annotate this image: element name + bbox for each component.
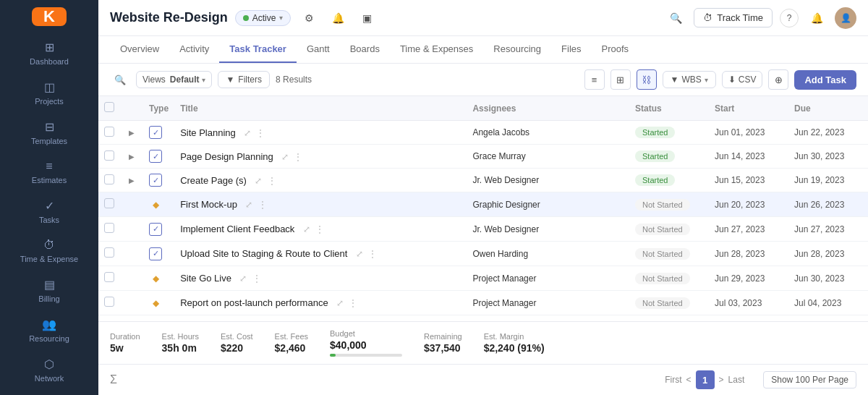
next-page-button[interactable]: > [719, 375, 724, 385]
task-more-icon[interactable]: ⋮ [268, 176, 276, 186]
task-title[interactable]: Upload Site to Staging & Route to Client [180, 248, 347, 259]
row-checkbox-cell [98, 242, 120, 266]
sidebar-item-resourcing[interactable]: 👥 Resourcing [0, 310, 98, 350]
expand-button[interactable]: ▶ [126, 127, 137, 138]
sidebar-item-estimates[interactable]: ≡ Estimates [0, 153, 98, 192]
status-badge[interactable]: Started [635, 127, 675, 138]
help-button[interactable]: ? [780, 9, 799, 27]
tasks-icon: ✓ [45, 199, 54, 213]
status-badge[interactable]: Not Started [635, 199, 690, 211]
sidebar-item-templates[interactable]: ⊟ Templates [0, 113, 98, 153]
sidebar-item-analytics[interactable]: 📈 Analytics [0, 390, 98, 395]
sidebar-item-projects[interactable]: ◫ Projects [0, 73, 98, 113]
more-options-button[interactable]: ⊕ [768, 69, 788, 90]
csv-button[interactable]: ⬇ CSV [722, 71, 763, 88]
expand-button[interactable]: ▶ [126, 150, 137, 162]
notification-button[interactable]: 🔔 [327, 7, 349, 29]
budget-progress-fill [330, 354, 336, 357]
task-expand-icon[interactable]: ⤢ [356, 249, 363, 259]
alerts-button[interactable]: 🔔 [806, 7, 827, 29]
prev-page-button[interactable]: < [686, 375, 692, 385]
filter-button[interactable]: ▼ Filters [218, 71, 270, 88]
task-more-icon[interactable]: ⋮ [294, 152, 302, 162]
per-page-button[interactable]: Show 100 Per Page [763, 371, 856, 388]
task-more-icon[interactable]: ⋮ [256, 128, 265, 138]
sidebar-logo[interactable]: K [32, 7, 67, 26]
budget-value: $40,000 [330, 339, 402, 351]
tab-task-tracker[interactable]: Task Tracker [219, 36, 297, 63]
tab-overview[interactable]: Overview [110, 36, 169, 63]
task-title[interactable]: Page Design Planning [180, 151, 273, 162]
expand-button[interactable]: ▶ [126, 174, 137, 186]
search-input-toggle[interactable]: 🔍 [110, 69, 130, 90]
tab-time-expenses[interactable]: Time & Expenses [390, 36, 483, 63]
sidebar-item-time-expense[interactable]: ⏱ Time & Expense [0, 232, 98, 271]
task-title[interactable]: Report on post-launch performance [180, 297, 328, 308]
status-badge[interactable]: Not Started [635, 248, 690, 260]
tab-boards[interactable]: Boards [340, 36, 390, 63]
select-all-checkbox[interactable] [104, 102, 114, 112]
sidebar-item-dashboard[interactable]: ⊞ Dashboard [0, 33, 98, 73]
views-selector[interactable]: Views Default ▾ [136, 71, 212, 88]
layout-button[interactable]: ▣ [356, 7, 378, 29]
tab-activity[interactable]: Activity [169, 36, 219, 63]
row-type-cell: ✓ [143, 242, 174, 266]
status-badge[interactable]: Started [635, 150, 675, 162]
row-checkbox[interactable] [104, 272, 114, 282]
row-checkbox[interactable] [104, 198, 114, 208]
row-type-cell: ✓ [143, 169, 174, 192]
task-title[interactable]: Create Page (s) [180, 175, 247, 186]
track-time-label: Track Time [717, 12, 763, 23]
task-title[interactable]: First Mock-up [180, 199, 237, 210]
task-expand-icon[interactable]: ⤢ [303, 224, 310, 234]
task-title[interactable]: Site Planning [180, 127, 236, 138]
track-time-button[interactable]: ⏱ Track Time [694, 8, 773, 27]
task-more-icon[interactable]: ⋮ [368, 249, 377, 259]
task-expand-icon[interactable]: ⤢ [281, 152, 289, 162]
add-task-button[interactable]: Add Task [794, 70, 856, 90]
last-page-button[interactable]: Last [728, 375, 745, 385]
status-badge[interactable]: Active ▾ [235, 10, 292, 26]
task-more-icon[interactable]: ⋮ [349, 298, 357, 308]
first-page-button[interactable]: First [665, 375, 681, 385]
row-checkbox[interactable] [104, 223, 114, 233]
sidebar-item-tasks[interactable]: ✓ Tasks [0, 192, 98, 232]
row-start-cell: Jun 20, 2023 [709, 192, 788, 217]
settings-button[interactable]: ⚙ [298, 7, 320, 29]
task-more-icon[interactable]: ⋮ [315, 224, 324, 234]
row-title-cell: Implement Client Feedback ⤢ ⋮ [174, 217, 467, 242]
row-checkbox-cell [98, 145, 120, 169]
sidebar-item-billing[interactable]: ▤ Billing [0, 271, 98, 310]
status-badge[interactable]: Not Started [635, 297, 690, 309]
tab-resourcing[interactable]: Resourcing [483, 36, 551, 63]
sidebar-item-network[interactable]: ⬡ Network [0, 350, 98, 390]
task-title[interactable]: Site Go Live [180, 273, 231, 284]
grid-view-button[interactable]: ⊞ [610, 69, 631, 90]
row-status-cell: Started [629, 145, 709, 169]
task-more-icon[interactable]: ⋮ [252, 273, 261, 284]
row-checkbox[interactable] [104, 174, 114, 184]
tab-proofs[interactable]: Proofs [592, 36, 639, 63]
avatar[interactable]: 👤 [835, 7, 856, 29]
tab-gantt[interactable]: Gantt [297, 36, 340, 63]
row-checkbox[interactable] [104, 297, 114, 307]
list-view-button[interactable]: ≡ [584, 69, 605, 90]
status-badge[interactable]: Not Started [635, 224, 690, 235]
status-badge[interactable]: Started [635, 174, 675, 186]
task-expand-icon[interactable]: ⤢ [245, 200, 252, 210]
task-expand-icon[interactable]: ⤢ [244, 128, 251, 138]
row-checkbox[interactable] [104, 247, 114, 258]
wbs-dropdown[interactable]: ▼ WBS ▾ [663, 71, 716, 88]
task-more-icon[interactable]: ⋮ [258, 200, 267, 210]
task-expand-icon[interactable]: ⤢ [239, 273, 247, 284]
row-checkbox[interactable] [104, 127, 114, 137]
link-view-button[interactable]: ⛓ [637, 69, 657, 90]
row-checkbox[interactable] [104, 150, 114, 161]
task-title[interactable]: Implement Client Feedback [180, 224, 294, 234]
tab-files[interactable]: Files [551, 36, 591, 63]
search-button[interactable]: 🔍 [665, 7, 686, 29]
row-checkbox-cell [98, 192, 120, 217]
task-expand-icon[interactable]: ⤢ [336, 298, 344, 308]
task-expand-icon[interactable]: ⤢ [255, 176, 262, 186]
status-badge[interactable]: Not Started [635, 273, 690, 284]
